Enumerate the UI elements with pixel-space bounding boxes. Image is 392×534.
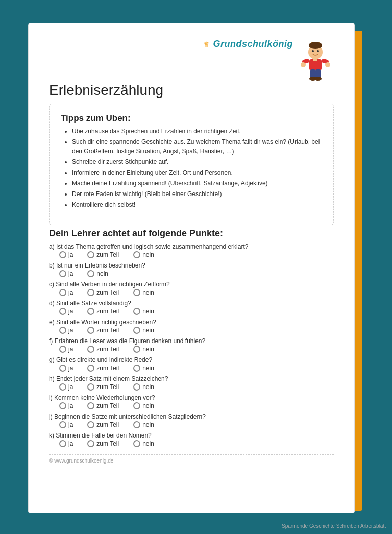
tips-section: Tipps zum Uben: Ube zuhause das Sprechen…: [49, 104, 334, 225]
radio-label: nein: [142, 402, 154, 409]
radio-option[interactable]: zum Teil: [87, 365, 119, 372]
radio-option[interactable]: nein: [133, 346, 154, 353]
radio-option[interactable]: ja: [59, 440, 73, 447]
radio-circle-icon: [59, 402, 66, 409]
logo-area: ♛ Grundschulkönig: [49, 39, 334, 50]
radio-group: jazum Teilnein: [49, 251, 334, 258]
radio-group: janein: [49, 270, 334, 277]
radio-label: zum Teil: [96, 251, 119, 258]
radio-option[interactable]: zum Teil: [87, 383, 119, 391]
radio-option[interactable]: ja: [59, 308, 73, 315]
radio-circle-icon: [59, 346, 66, 353]
radio-option[interactable]: nein: [133, 251, 154, 258]
radio-option[interactable]: nein: [133, 308, 154, 315]
radio-label: nein: [142, 440, 154, 447]
radio-option[interactable]: ja: [59, 327, 73, 334]
tip-item: Der rote Faden ist wichtig! (Bleib bei e…: [72, 189, 322, 199]
radio-group: jazum Teilnein: [49, 289, 334, 296]
criteria-question: d) Sind alle Satze vollstandig?: [49, 300, 334, 307]
radio-label: nein: [142, 251, 154, 258]
radio-option[interactable]: nein: [133, 289, 154, 296]
criteria-question: h) Endet jeder Satz mit einem Satzzeiche…: [49, 375, 334, 382]
radio-label: nein: [142, 327, 154, 334]
radio-label: ja: [68, 383, 73, 391]
radio-option[interactable]: ja: [59, 383, 73, 391]
radio-circle-icon: [59, 365, 66, 372]
radio-label: nein: [142, 421, 154, 428]
criteria-item: f) Erfahren die Leser was die Figuren de…: [49, 337, 334, 353]
radio-option[interactable]: zum Teil: [87, 440, 119, 447]
crown-icon: ♛: [203, 40, 210, 48]
radio-label: nein: [142, 346, 154, 353]
radio-group: jazum Teilnein: [49, 365, 334, 372]
radio-circle-icon: [87, 365, 94, 372]
svg-rect-5: [309, 59, 322, 70]
criteria-question: a) Ist das Thema getroffen und logisch s…: [49, 243, 334, 250]
tip-item: Kontrolliere dich selbst!: [72, 200, 322, 209]
radio-group: jazum Teilnein: [49, 383, 334, 391]
radio-option[interactable]: zum Teil: [87, 327, 119, 334]
criteria-item: a) Ist das Thema getroffen und logisch s…: [49, 243, 334, 258]
radio-option[interactable]: nein: [133, 440, 154, 447]
radio-option[interactable]: zum Teil: [87, 251, 119, 258]
tip-item: Such dir eine spannende Geschichte aus. …: [72, 137, 322, 156]
radio-label: zum Teil: [96, 308, 119, 315]
radio-option[interactable]: ja: [59, 251, 73, 258]
radio-label: nein: [142, 365, 154, 372]
radio-option[interactable]: ja: [59, 346, 73, 353]
radio-circle-icon: [59, 421, 66, 428]
svg-point-8: [301, 62, 306, 67]
radio-circle-icon: [87, 383, 94, 391]
radio-option[interactable]: ja: [59, 270, 73, 277]
radio-label: ja: [68, 327, 73, 334]
radio-option[interactable]: zum Teil: [87, 421, 119, 428]
criteria-item: k) Stimmen die Falle bei den Nomen?jazum…: [49, 432, 334, 447]
criteria-item: c) Sind alle Verben in der richtigen Zei…: [49, 281, 334, 296]
svg-point-9: [325, 62, 330, 67]
radio-label: zum Teil: [96, 383, 119, 391]
radio-label: nein: [142, 308, 154, 315]
radio-option[interactable]: nein: [133, 365, 154, 372]
criteria-question: b) Ist nur ein Erlebnis beschrieben?: [49, 262, 334, 269]
radio-label: nein: [96, 270, 108, 277]
radio-circle-icon: [59, 440, 66, 447]
radio-option[interactable]: zum Teil: [87, 308, 119, 315]
criteria-list: a) Ist das Thema getroffen und logisch s…: [49, 243, 334, 447]
radio-circle-icon: [59, 383, 66, 391]
radio-circle-icon: [87, 308, 94, 315]
criteria-question: c) Sind alle Verben in der richtigen Zei…: [49, 281, 334, 288]
radio-option[interactable]: ja: [59, 365, 73, 372]
svg-point-3: [312, 50, 314, 52]
radio-circle-icon: [87, 421, 94, 428]
tips-list: Ube zuhause das Sprechen und Erzahlen in…: [61, 127, 322, 209]
radio-label: ja: [68, 402, 73, 409]
svg-point-4: [317, 50, 319, 52]
criteria-item: h) Endet jeder Satz mit einem Satzzeiche…: [49, 375, 334, 391]
radio-option[interactable]: nein: [133, 421, 154, 428]
radio-circle-icon: [59, 270, 66, 277]
radio-option[interactable]: ja: [59, 421, 73, 428]
radio-circle-icon: [133, 365, 140, 372]
radio-option[interactable]: nein: [133, 327, 154, 334]
criteria-question: j) Beginnen die Satze mit unterschiedlic…: [49, 413, 334, 420]
radio-circle-icon: [87, 251, 94, 258]
radio-circle-icon: [87, 346, 94, 353]
footer-text: © www.grundschulkoenig.de: [49, 454, 334, 464]
radio-circle-icon: [133, 440, 140, 447]
radio-option[interactable]: nein: [133, 402, 154, 409]
worksheet-paper: ♛ Grundschulkönig: [28, 23, 355, 513]
radio-group: jazum Teilnein: [49, 440, 334, 447]
radio-option[interactable]: ja: [59, 289, 73, 296]
radio-option[interactable]: zum Teil: [87, 402, 119, 409]
radio-option[interactable]: zum Teil: [87, 289, 119, 296]
radio-label: zum Teil: [96, 440, 119, 447]
radio-label: ja: [68, 308, 73, 315]
radio-circle-icon: [133, 251, 140, 258]
radio-option[interactable]: zum Teil: [87, 346, 119, 353]
radio-option[interactable]: ja: [59, 402, 73, 409]
criteria-item: b) Ist nur ein Erlebnis beschrieben?jane…: [49, 262, 334, 277]
radio-label: ja: [68, 289, 73, 296]
radio-option[interactable]: nein: [133, 383, 154, 391]
criteria-item: g) Gibt es direkte und indirekte Rede?ja…: [49, 356, 334, 372]
radio-option[interactable]: nein: [87, 270, 108, 277]
